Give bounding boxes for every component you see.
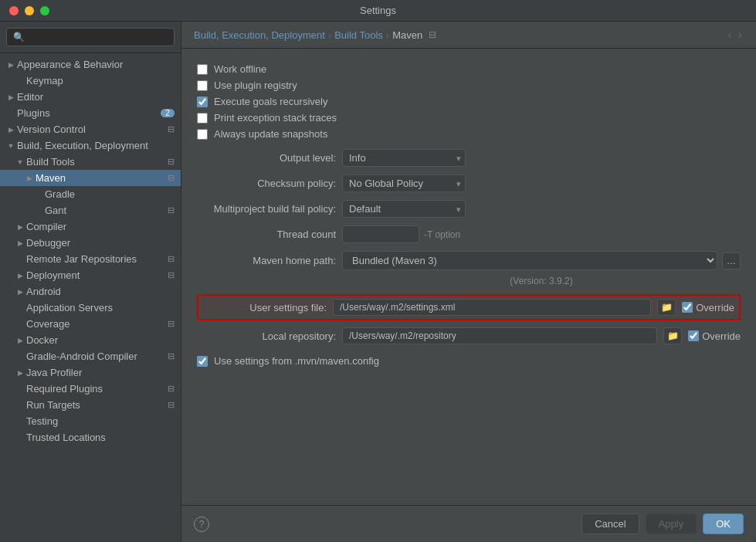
sidebar-item-label-compiler: Compiler [26, 221, 175, 232]
execute-goals-label[interactable]: Execute goals recursively [214, 96, 327, 107]
sidebar-item-coverage[interactable]: Coverage⊟ [0, 316, 181, 332]
footer-right: Cancel Apply OK [581, 513, 744, 534]
user-settings-label: User settings file: [203, 302, 327, 313]
sidebar-item-run-targets[interactable]: Run Targets⊟ [0, 397, 181, 413]
maximize-button[interactable] [40, 6, 49, 15]
checksum-policy-select[interactable]: No Global Policy Strict Warn Ignore [342, 174, 466, 192]
maven-home-select[interactable]: Bundled (Maven 3) Custom [342, 251, 717, 270]
execute-goals-checkbox[interactable] [197, 97, 208, 107]
work-offline-checkbox[interactable] [197, 64, 208, 75]
thread-count-input[interactable] [342, 225, 419, 243]
local-repository-override: Override [688, 330, 741, 342]
sidebar-item-compiler[interactable]: ▶Compiler [0, 218, 181, 235]
sidebar-item-label-gradle: Gradle [45, 188, 175, 200]
help-button[interactable]: ? [194, 517, 209, 532]
checksum-policy-label: Checksum policy: [197, 178, 336, 189]
sidebar-item-android[interactable]: ▶Android [0, 283, 181, 300]
print-exception-checkbox[interactable] [197, 113, 208, 124]
sidebar-icon-gradle-android: ⊟ [168, 351, 175, 361]
apply-button[interactable]: Apply [646, 513, 697, 534]
sidebar-item-required-plugins[interactable]: Required Plugins⊟ [0, 381, 181, 397]
window-controls[interactable] [9, 6, 49, 15]
sidebar-item-build-execution[interactable]: ▼Build, Execution, Deployment [0, 137, 181, 154]
output-level-select[interactable]: Info Debug Quiet [342, 149, 466, 167]
sidebar-item-docker[interactable]: ▶Docker [0, 332, 181, 348]
sidebar-item-gant[interactable]: Gant⊟ [0, 202, 181, 218]
always-update-checkbox[interactable] [197, 129, 208, 140]
footer-left: ? [194, 517, 209, 532]
sidebar-item-testing[interactable]: Testing [0, 413, 181, 429]
search-input[interactable] [6, 28, 175, 46]
sidebar-item-version-control[interactable]: ▶Version Control⊟ [0, 121, 181, 137]
breadcrumb-part-2[interactable]: Build Tools [334, 29, 383, 41]
sidebar-item-label-gradle-android: Gradle-Android Compiler [26, 351, 164, 362]
sidebar-badge-plugins: 2 [161, 109, 175, 117]
multiproject-policy-label: Multiproject build fail policy: [197, 203, 336, 215]
sidebar-item-label-build-execution: Build, Execution, Deployment [17, 140, 175, 151]
close-button[interactable] [9, 6, 19, 15]
sidebar-item-debugger[interactable]: ▶Debugger [0, 235, 181, 251]
sidebar-item-application-servers[interactable]: Application Servers [0, 300, 181, 316]
always-update-label[interactable]: Always update snapshots [214, 128, 327, 140]
use-plugin-registry-checkbox[interactable] [197, 80, 208, 91]
sidebar-item-label-testing: Testing [26, 415, 175, 427]
sidebar-item-editor[interactable]: ▶Editor [0, 89, 181, 105]
local-repository-input[interactable] [342, 327, 657, 344]
sidebar-item-appearance[interactable]: ▶Appearance & Behavior [0, 56, 181, 73]
tree-arrow-build-execution: ▼ [6, 141, 15, 151]
multiproject-policy-select[interactable]: Default At End Never Always [342, 200, 466, 218]
user-settings-override-checkbox[interactable] [682, 302, 693, 313]
folder-icon-local: 📁 [667, 330, 679, 341]
sidebar-item-keymap[interactable]: Keymap [0, 73, 181, 89]
maven-home-browse-button[interactable]: … [722, 252, 741, 269]
footer: ? Cancel Apply OK [181, 505, 756, 542]
tree-arrow-maven: ▶ [25, 174, 34, 183]
sidebar-item-build-tools[interactable]: ▼Build Tools⊟ [0, 154, 181, 170]
sidebar-item-gradle-android[interactable]: Gradle-Android Compiler⊟ [0, 348, 181, 364]
folder-icon: 📁 [661, 302, 673, 313]
thread-count-option-text: -T option [424, 229, 460, 240]
nav-back-button[interactable]: ‹ [726, 28, 733, 42]
main-layout: ▶Appearance & BehaviorKeymap▶EditorPlugi… [0, 22, 756, 542]
local-repository-label: Local repository: [197, 330, 336, 342]
use-plugin-registry-label[interactable]: Use plugin registry [214, 80, 297, 91]
sidebar-item-deployment[interactable]: ▶Deployment⊟ [0, 267, 181, 283]
use-settings-label[interactable]: Use settings from .mvn/maven.config [214, 355, 379, 367]
use-settings-row: Use settings from .mvn/maven.config [197, 353, 741, 369]
minimize-button[interactable] [25, 6, 34, 15]
sidebar-item-maven[interactable]: ▶Maven⊟ [0, 170, 181, 186]
sidebar-item-label-editor: Editor [17, 91, 175, 103]
checkboxes-section: Work offline Use plugin registry Execute… [197, 61, 741, 142]
use-settings-checkbox[interactable] [197, 356, 208, 367]
sidebar-icon-run-targets: ⊟ [168, 400, 175, 410]
breadcrumb-part-1[interactable]: Build, Execution, Deployment [194, 29, 325, 41]
sidebar-item-trusted-locations[interactable]: Trusted Locations [0, 429, 181, 445]
local-repository-override-checkbox[interactable] [688, 330, 699, 341]
sidebar-icon-remote-jar: ⊟ [168, 254, 175, 264]
user-settings-browse-button[interactable]: 📁 [657, 299, 676, 316]
user-settings-input[interactable] [333, 299, 651, 316]
local-repository-browse-button[interactable]: 📁 [663, 327, 682, 344]
sidebar-item-gradle[interactable]: Gradle [0, 186, 181, 202]
print-exception-label[interactable]: Print exception stack traces [214, 112, 337, 124]
checksum-policy-row: Checksum policy: No Global Policy Strict… [197, 171, 741, 196]
ok-button[interactable]: OK [703, 513, 744, 534]
output-level-row: Output level: Info Debug Quiet [197, 145, 741, 171]
sidebar-icon-maven: ⊟ [168, 173, 175, 183]
checksum-policy-select-wrapper: No Global Policy Strict Warn Ignore [342, 174, 466, 192]
sidebar-item-remote-jar[interactable]: Remote Jar Repositories⊟ [0, 251, 181, 267]
output-level-label: Output level: [197, 152, 336, 164]
sidebar-item-plugins[interactable]: Plugins2 [0, 105, 181, 121]
local-repository-override-label[interactable]: Override [702, 330, 741, 342]
thread-count-row: Thread count -T option [197, 222, 741, 247]
work-offline-label[interactable]: Work offline [214, 63, 266, 75]
nav-forward-button[interactable]: › [737, 28, 744, 42]
user-settings-override-label[interactable]: Override [696, 302, 734, 313]
cancel-button[interactable]: Cancel [581, 513, 639, 534]
sidebar-item-java-profiler[interactable]: ▶Java Profiler [0, 364, 181, 381]
maven-home-row: Maven home path: Bundled (Maven 3) Custo… [197, 247, 741, 274]
help-icon: ? [199, 519, 205, 530]
sidebar-item-label-remote-jar: Remote Jar Repositories [26, 253, 164, 265]
maven-home-control: Bundled (Maven 3) Custom … [342, 251, 741, 270]
tree-arrow-compiler: ▶ [15, 222, 25, 232]
